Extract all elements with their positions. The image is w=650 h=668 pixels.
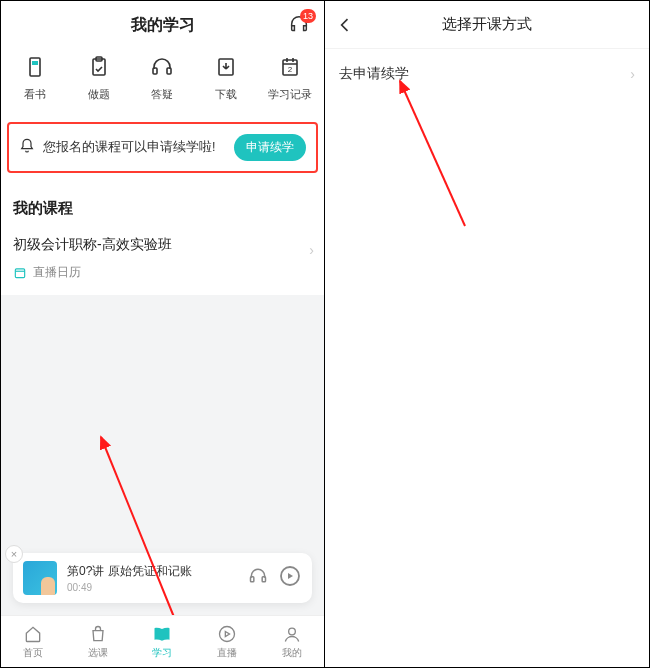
svg-rect-4 — [153, 68, 157, 74]
tab-courses[interactable]: 选课 — [66, 616, 131, 667]
player-headphone-button[interactable] — [248, 566, 268, 590]
headphone-icon — [150, 55, 174, 83]
my-study-screen: 我的学习 13 看书 做题 — [1, 1, 325, 667]
item-label: 去申请续学 — [339, 65, 409, 83]
header: 选择开课方式 — [325, 1, 649, 49]
notification-badge: 13 — [300, 9, 316, 23]
play-circle-icon — [217, 624, 237, 644]
top-nav: 看书 做题 答疑 下载 2 — [1, 49, 324, 114]
tab-label: 选课 — [88, 646, 108, 660]
player-close-button[interactable]: × — [5, 545, 23, 563]
download-icon — [214, 55, 238, 83]
svg-rect-10 — [251, 577, 254, 582]
svg-rect-11 — [262, 577, 265, 582]
player-thumbnail — [23, 561, 57, 595]
svg-rect-0 — [30, 58, 40, 76]
nav-history[interactable]: 2 学习记录 — [258, 55, 322, 102]
svg-rect-5 — [167, 68, 171, 74]
notification-button[interactable]: 13 — [288, 13, 310, 35]
mini-player[interactable]: × 第0?讲 原始凭证和记账 00:49 — [13, 553, 312, 603]
nav-download[interactable]: 下载 — [194, 55, 258, 102]
course-name: 初级会计职称-高效实验班 — [13, 236, 312, 254]
tab-home[interactable]: 首页 — [1, 616, 66, 667]
tab-label: 学习 — [152, 646, 172, 660]
nav-read[interactable]: 看书 — [3, 55, 67, 102]
course-item[interactable]: 初级会计职称-高效实验班 直播日历 › — [1, 228, 324, 295]
tab-live[interactable]: 直播 — [195, 616, 260, 667]
notice-text: 您报名的课程可以申请续学啦! — [43, 139, 226, 156]
svg-line-16 — [400, 81, 465, 226]
page-title: 我的学习 — [131, 15, 195, 36]
renew-notice: 您报名的课程可以申请续学啦! 申请续学 — [7, 122, 318, 173]
svg-rect-1 — [32, 61, 38, 65]
svg-point-14 — [220, 626, 235, 641]
nav-practice[interactable]: 做题 — [67, 55, 131, 102]
section-title: 我的课程 — [1, 181, 324, 228]
chevron-right-icon: › — [309, 242, 314, 258]
back-button[interactable] — [335, 15, 355, 39]
bag-icon — [88, 624, 108, 644]
chevron-right-icon: › — [630, 66, 635, 82]
tab-study[interactable]: 学习 — [130, 616, 195, 667]
user-icon — [282, 624, 302, 644]
svg-point-15 — [288, 628, 295, 635]
apply-renew-button[interactable]: 申请续学 — [234, 134, 306, 161]
go-apply-renew-item[interactable]: 去申请续学 › — [325, 49, 649, 99]
arrow-left-icon — [335, 15, 355, 35]
tab-label: 首页 — [23, 646, 43, 660]
clipboard-icon — [87, 55, 111, 83]
book-icon — [23, 55, 47, 83]
bell-icon — [19, 138, 35, 158]
tab-mine[interactable]: 我的 — [259, 616, 324, 667]
content-area: × 第0?讲 原始凭证和记账 00:49 — [1, 295, 324, 667]
player-title: 第0?讲 原始凭证和记账 — [67, 563, 238, 580]
nav-label: 看书 — [24, 87, 46, 102]
page-title: 选择开课方式 — [442, 15, 532, 34]
nav-label: 做题 — [88, 87, 110, 102]
tab-label: 我的 — [282, 646, 302, 660]
calendar-icon: 2 — [278, 55, 302, 83]
player-time: 00:49 — [67, 582, 238, 593]
book-open-icon — [152, 624, 172, 644]
nav-label: 学习记录 — [268, 87, 312, 102]
nav-qa[interactable]: 答疑 — [131, 55, 195, 102]
tab-label: 直播 — [217, 646, 237, 660]
nav-label: 答疑 — [151, 87, 173, 102]
calendar-label: 直播日历 — [33, 264, 81, 281]
svg-rect-9 — [15, 268, 24, 277]
player-play-button[interactable] — [278, 564, 302, 592]
svg-text:2: 2 — [288, 65, 293, 74]
home-icon — [23, 624, 43, 644]
header: 我的学习 13 — [1, 1, 324, 49]
course-calendar[interactable]: 直播日历 — [13, 264, 312, 281]
tab-bar: 首页 选课 学习 直播 我的 — [1, 615, 324, 667]
select-mode-screen: 选择开课方式 去申请续学 › — [325, 1, 649, 667]
nav-label: 下载 — [215, 87, 237, 102]
calendar-icon — [13, 266, 27, 280]
